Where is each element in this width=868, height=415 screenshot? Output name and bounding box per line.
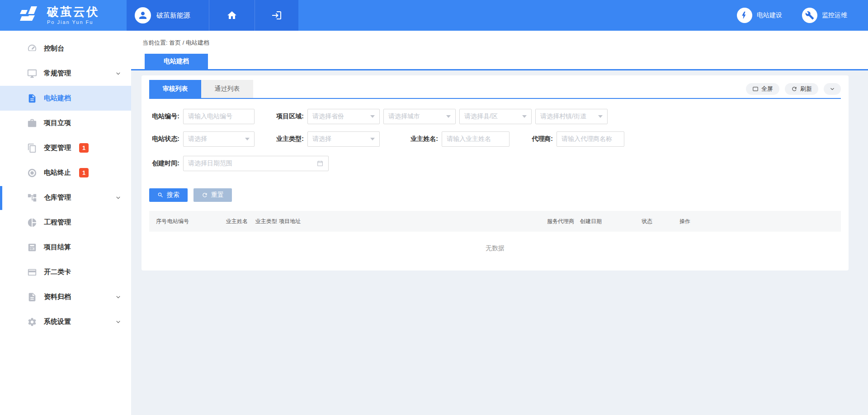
- chevron-down-icon: [115, 195, 121, 201]
- province-select[interactable]: 请选择省份: [307, 109, 380, 124]
- logo-mark-icon: [20, 6, 40, 24]
- agent-input[interactable]: 请输入代理商名称: [557, 131, 624, 147]
- station-status-label: 电站状态:: [149, 135, 183, 143]
- refresh-icon: [791, 86, 797, 92]
- page-tab-station-archive[interactable]: 电站建档: [145, 54, 208, 69]
- owner-type-select[interactable]: 请选择: [307, 131, 380, 147]
- reset-button-label: 重置: [211, 191, 224, 199]
- city-select[interactable]: 请选择城市: [383, 109, 456, 124]
- collapse-button[interactable]: [824, 83, 841, 95]
- fullscreen-icon: [752, 86, 759, 92]
- filter-row-3: 创建时间:请选择日期范围: [149, 156, 841, 171]
- mode-monitoring[interactable]: 监控运维: [802, 8, 847, 23]
- notification-badge: 1: [79, 168, 89, 177]
- tab-passed-list[interactable]: 通过列表: [201, 80, 253, 98]
- sidebar-item-label: 开二类卡: [44, 268, 71, 276]
- city-placeholder: 请选择城市: [388, 112, 443, 121]
- sidebar-item-9[interactable]: 开二类卡: [0, 260, 131, 284]
- mode-label: 电站建设: [757, 11, 782, 19]
- sidebar-item-7[interactable]: 工程管理: [0, 210, 131, 235]
- reset-icon: [202, 192, 208, 198]
- company-name: 破茧新能源: [156, 11, 190, 20]
- card-icon: [27, 267, 37, 277]
- notification-badge: 1: [79, 143, 89, 153]
- sidebar-item-5[interactable]: 电站终止1: [0, 160, 131, 185]
- logo-subtitle: Po Jian Yun Fu: [47, 19, 99, 25]
- avatar[interactable]: [135, 7, 151, 23]
- reset-button[interactable]: 重置: [193, 188, 232, 202]
- logout-button[interactable]: [255, 0, 298, 31]
- station-code-input[interactable]: 请输入电站编号: [183, 109, 255, 124]
- column-header: 服务代理商: [547, 218, 580, 225]
- column-header: 创建日期: [580, 218, 642, 225]
- county-select[interactable]: 请选择县/区: [459, 109, 532, 124]
- sitemap-icon: [27, 193, 37, 203]
- breadcrumb-path[interactable]: 首页 / 电站建档: [169, 39, 209, 46]
- select-caret-icon: [522, 115, 527, 118]
- column-header: 电站编号: [167, 218, 226, 225]
- province-label: 项目区域:: [274, 112, 307, 121]
- document-icon: [27, 93, 37, 103]
- sidebar-item-2[interactable]: 电站建档: [0, 86, 131, 111]
- sidebar-item-4[interactable]: 变更管理1: [0, 135, 131, 160]
- sidebar-item-10[interactable]: 资料归档: [0, 284, 131, 309]
- sidebar-item-label: 系统设置: [44, 317, 71, 326]
- chevron-down-icon: [829, 86, 835, 92]
- fullscreen-button[interactable]: 全屏: [746, 83, 779, 95]
- sidebar-item-1[interactable]: 常规管理: [0, 61, 131, 86]
- refresh-button[interactable]: 刷新: [785, 83, 818, 95]
- user-icon: [137, 10, 148, 21]
- filter-actions: 搜索 重置: [149, 188, 841, 202]
- sidebar-item-label: 资料归档: [44, 293, 71, 301]
- table-empty-state: 无数据: [149, 232, 841, 257]
- select-caret-icon: [446, 115, 451, 118]
- monitor-icon: [27, 69, 37, 79]
- column-header: 业主类型: [255, 218, 279, 225]
- sidebar-item-label: 仓库管理: [44, 193, 71, 202]
- owner-name-label: 业主姓名:: [408, 135, 442, 143]
- sidebar-item-label: 项目立项: [44, 119, 71, 127]
- tab-review-list[interactable]: 审核列表: [149, 80, 201, 98]
- select-caret-icon: [370, 115, 375, 118]
- column-header: 项目地址: [279, 218, 547, 225]
- sidebar-item-label: 控制台: [44, 44, 64, 53]
- sidebar-item-3[interactable]: 项目立项: [0, 111, 131, 135]
- station-status-select[interactable]: 请选择: [183, 131, 255, 147]
- sidebar-item-8[interactable]: 项目结算: [0, 235, 131, 260]
- logo-title: 破茧云伏: [47, 6, 99, 18]
- sidebar-item-label: 项目结算: [44, 243, 71, 252]
- refresh-label: 刷新: [800, 85, 812, 93]
- station-code-label: 电站编号:: [149, 112, 183, 121]
- logo: 破茧云伏 Po Jian Yun Fu: [0, 0, 127, 31]
- panel-card: 审核列表 通过列表 全屏 刷新 电站编号:请输入电站编号项目区: [142, 75, 849, 270]
- agent-placeholder: 请输入代理商名称: [561, 135, 619, 143]
- mode-icon-circle: [737, 8, 752, 23]
- station-status-placeholder: 请选择: [188, 135, 242, 143]
- sidebar-item-label: 工程管理: [44, 218, 71, 227]
- briefcase-icon: [27, 118, 37, 128]
- sidebar-item-6[interactable]: 仓库管理: [0, 185, 131, 210]
- calendar-icon: [316, 160, 324, 167]
- chevron-down-icon: [115, 319, 121, 325]
- target-icon: [27, 168, 37, 178]
- sidebar-item-label: 电站建档: [44, 94, 71, 103]
- sidebar-item-11[interactable]: 系统设置: [0, 309, 131, 334]
- sign-in-icon: [271, 10, 282, 21]
- user-menu[interactable]: 破茧新能源: [127, 0, 209, 31]
- owner-type-placeholder: 请选择: [312, 135, 368, 143]
- search-button[interactable]: 搜索: [149, 188, 188, 202]
- filters: 电站编号:请输入电站编号项目区域:请选择省份请选择城市请选择县/区请选择村镇/街…: [149, 109, 841, 171]
- home-icon: [226, 10, 237, 21]
- owner-name-placeholder: 请输入业主姓名: [447, 135, 505, 143]
- sidebar-item-0[interactable]: 控制台: [0, 36, 131, 61]
- town-placeholder: 请选择村镇/街道: [540, 112, 595, 121]
- town-select[interactable]: 请选择村镇/街道: [535, 109, 608, 124]
- mode-label: 监控运维: [822, 11, 847, 19]
- gear-icon: [27, 317, 37, 327]
- owner-name-input[interactable]: 请输入业主姓名: [442, 131, 509, 147]
- wrench-icon: [805, 11, 814, 20]
- create-time-date[interactable]: 请选择日期范围: [183, 156, 329, 171]
- mode-construction[interactable]: 电站建设: [737, 8, 782, 23]
- home-button[interactable]: [209, 0, 255, 31]
- sidebar-scrollbar-thumb[interactable]: [0, 186, 2, 210]
